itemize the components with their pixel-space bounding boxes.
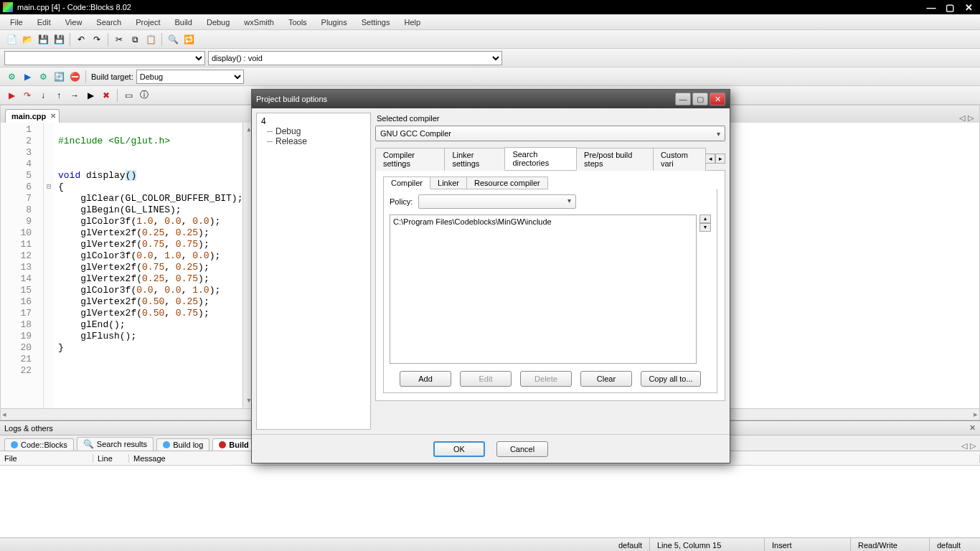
abort-icon[interactable]: ⛔ bbox=[67, 70, 82, 84]
line-gutter: 12345678910111213141516171819202122 bbox=[1, 123, 44, 408]
menu-wxsmith[interactable]: wxSmith bbox=[237, 17, 281, 28]
new-file-icon[interactable]: 📄 bbox=[4, 32, 19, 47]
stop-debug-icon[interactable]: ✖ bbox=[99, 88, 113, 103]
separator bbox=[85, 70, 86, 83]
tree-item-debug[interactable]: Debug bbox=[261, 126, 366, 136]
copy-icon[interactable]: ⧉ bbox=[128, 32, 142, 47]
tab-prev-icon[interactable]: ◁ bbox=[959, 113, 965, 123]
col-line[interactable]: Line bbox=[93, 454, 129, 463]
close-tab-icon[interactable]: ✕ bbox=[50, 112, 56, 120]
tree-root[interactable]: 4 bbox=[261, 116, 366, 126]
menu-edit[interactable]: Edit bbox=[30, 17, 58, 28]
menu-file[interactable]: File bbox=[3, 17, 30, 28]
policy-combo[interactable] bbox=[418, 194, 576, 209]
menu-help[interactable]: Help bbox=[397, 17, 428, 28]
close-button[interactable]: ✕ bbox=[960, 2, 977, 13]
subtab-resource[interactable]: Resource compiler bbox=[466, 176, 548, 189]
move-down-icon[interactable]: ▾ bbox=[699, 223, 711, 232]
add-button[interactable]: Add bbox=[400, 371, 451, 387]
tab-scroll-right-icon[interactable]: ▸ bbox=[715, 154, 725, 164]
menu-view[interactable]: View bbox=[58, 17, 90, 28]
replace-icon[interactable]: 🔁 bbox=[182, 32, 196, 47]
menu-tools[interactable]: Tools bbox=[281, 17, 314, 28]
step-out-icon[interactable]: ↑ bbox=[52, 88, 66, 103]
tab-linker-settings[interactable]: Linker settings bbox=[444, 148, 505, 171]
subtab-compiler[interactable]: Compiler bbox=[383, 176, 430, 189]
function-combo[interactable]: display() : void bbox=[208, 51, 502, 65]
continue-icon[interactable]: ▶ bbox=[83, 88, 98, 103]
separator bbox=[161, 33, 162, 46]
log-tab-codeblocks[interactable]: Code::Blocks bbox=[4, 438, 74, 451]
info-icon[interactable]: ⓘ bbox=[137, 88, 151, 103]
step-over-icon[interactable]: ↷ bbox=[20, 88, 34, 103]
debug-start-icon[interactable]: ▶ bbox=[4, 88, 19, 103]
find-icon[interactable]: 🔍 bbox=[166, 32, 180, 47]
logs-close-icon[interactable]: ✕ bbox=[969, 423, 976, 433]
build-run-icon[interactable]: ⚙ bbox=[36, 70, 50, 84]
menu-debug[interactable]: Debug bbox=[199, 17, 237, 28]
reorder-spinner: ▴ ▾ bbox=[699, 215, 711, 364]
policy-label: Policy: bbox=[390, 197, 413, 206]
cut-icon[interactable]: ✂ bbox=[112, 32, 126, 47]
redo-icon[interactable]: ↷ bbox=[90, 32, 104, 47]
undo-icon[interactable]: ↶ bbox=[74, 32, 88, 47]
tab-prepost-build[interactable]: Pre/post build steps bbox=[576, 148, 654, 171]
ok-button[interactable]: OK bbox=[433, 441, 485, 457]
tab-custom-vars[interactable]: Custom vari bbox=[653, 148, 706, 171]
dialog-titlebar[interactable]: Project build options — ▢ ✕ bbox=[252, 90, 730, 108]
build-target-combo[interactable]: Debug bbox=[136, 70, 244, 84]
selected-compiler-combo[interactable]: GNU GCC Compiler bbox=[375, 126, 725, 141]
copy-all-button[interactable]: Copy all to... bbox=[641, 371, 701, 387]
menu-project[interactable]: Project bbox=[128, 17, 167, 28]
tab-row-outer: Compiler settings Linker settings Search… bbox=[375, 147, 725, 171]
tab-compiler-settings[interactable]: Compiler settings bbox=[375, 148, 445, 171]
edit-button[interactable]: Edit bbox=[460, 371, 512, 387]
next-line-icon[interactable]: → bbox=[67, 88, 82, 103]
move-up-icon[interactable]: ▴ bbox=[699, 215, 711, 223]
tree-item-release[interactable]: Release bbox=[261, 136, 366, 146]
separator bbox=[70, 33, 70, 46]
subtab-body: Policy: C:\Program Files\Codeblocks\MinG… bbox=[383, 189, 717, 393]
col-file[interactable]: File bbox=[0, 454, 93, 463]
dialog-close-icon[interactable]: ✕ bbox=[710, 93, 725, 105]
menu-plugins[interactable]: Plugins bbox=[314, 17, 354, 28]
tab-next-icon[interactable]: ▷ bbox=[968, 113, 974, 123]
build-icon[interactable]: ⚙ bbox=[4, 70, 19, 84]
rebuild-icon[interactable]: 🔄 bbox=[52, 70, 66, 84]
step-into-icon[interactable]: ↓ bbox=[36, 88, 50, 103]
tab-scroll-left-icon[interactable]: ◂ bbox=[705, 154, 715, 164]
open-file-icon[interactable]: 📂 bbox=[20, 32, 34, 47]
logtab-next-icon[interactable]: ▷ bbox=[970, 441, 976, 451]
debug-windows-icon[interactable]: ▭ bbox=[121, 88, 136, 103]
build-target-label: Build target: bbox=[91, 72, 133, 81]
targets-tree[interactable]: 4 Debug Release bbox=[256, 113, 371, 430]
clear-button[interactable]: Clear bbox=[580, 371, 632, 387]
log-tab-buildlog[interactable]: Build log bbox=[156, 438, 209, 451]
menu-build[interactable]: Build bbox=[167, 17, 199, 28]
save-all-icon[interactable]: 💾 bbox=[52, 32, 66, 47]
file-tab-label: main.cpp bbox=[11, 112, 46, 121]
log-tab-buildmsg[interactable]: Build bbox=[212, 438, 255, 451]
info-dot-icon bbox=[11, 441, 18, 448]
dialog-minimize-icon[interactable]: — bbox=[675, 93, 691, 105]
tab-search-directories[interactable]: Search directories bbox=[504, 147, 577, 170]
minimize-button[interactable]: — bbox=[923, 2, 940, 13]
cancel-button[interactable]: Cancel bbox=[496, 441, 548, 457]
code-lines[interactable]: #include <GL/glut.h> void display(){ glC… bbox=[54, 123, 242, 408]
toolbar-scope: display() : void bbox=[0, 49, 980, 67]
file-tab-main[interactable]: main.cpp ✕ bbox=[5, 109, 60, 123]
subtab-linker[interactable]: Linker bbox=[430, 176, 467, 189]
logtab-prev-icon[interactable]: ◁ bbox=[961, 441, 967, 451]
maximize-button[interactable]: ▢ bbox=[941, 2, 958, 13]
dialog-maximize-icon[interactable]: ▢ bbox=[692, 93, 708, 105]
delete-button[interactable]: Delete bbox=[520, 371, 572, 387]
menu-settings[interactable]: Settings bbox=[354, 17, 397, 28]
menu-search[interactable]: Search bbox=[89, 17, 128, 28]
directories-listbox[interactable]: C:\Program Files\Codeblocks\MinGW\includ… bbox=[390, 215, 697, 364]
save-icon[interactable]: 💾 bbox=[36, 32, 50, 47]
log-tab-search[interactable]: 🔍Search results bbox=[77, 437, 154, 451]
run-icon[interactable]: ▶ bbox=[20, 70, 34, 84]
scope-combo[interactable] bbox=[4, 51, 205, 65]
paste-icon[interactable]: 📋 bbox=[143, 32, 158, 47]
list-item[interactable]: C:\Program Files\Codeblocks\MinGW\includ… bbox=[392, 217, 694, 227]
